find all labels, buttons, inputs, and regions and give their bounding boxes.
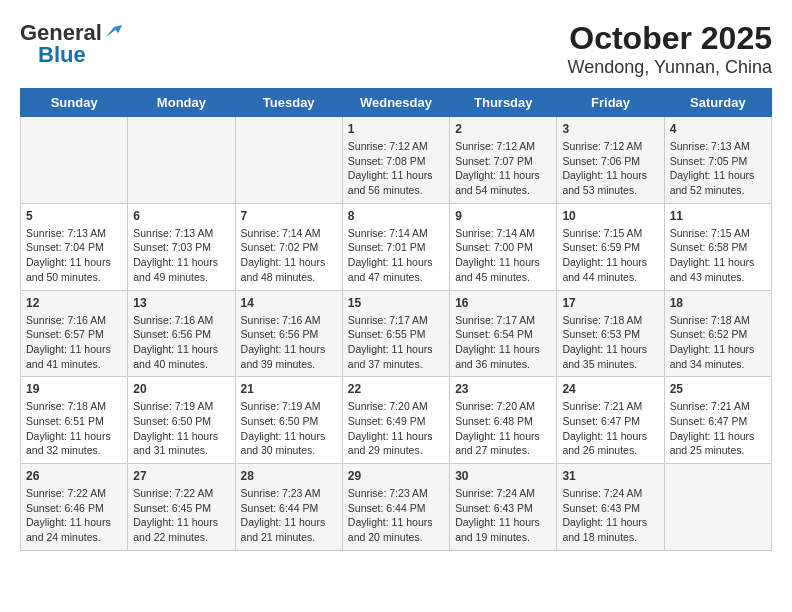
day-number: 12 bbox=[26, 296, 122, 310]
day-detail: Sunrise: 7:20 AMSunset: 6:49 PMDaylight:… bbox=[348, 399, 444, 458]
week-row-4: 19Sunrise: 7:18 AMSunset: 6:51 PMDayligh… bbox=[21, 377, 772, 464]
day-number: 16 bbox=[455, 296, 551, 310]
day-cell: 15Sunrise: 7:17 AMSunset: 6:55 PMDayligh… bbox=[342, 290, 449, 377]
day-detail: Sunrise: 7:14 AMSunset: 7:00 PMDaylight:… bbox=[455, 226, 551, 285]
day-detail: Sunrise: 7:16 AMSunset: 6:57 PMDaylight:… bbox=[26, 313, 122, 372]
day-cell: 23Sunrise: 7:20 AMSunset: 6:48 PMDayligh… bbox=[450, 377, 557, 464]
day-detail: Sunrise: 7:24 AMSunset: 6:43 PMDaylight:… bbox=[562, 486, 658, 545]
page-header: General Blue October 2025 Wendong, Yunna… bbox=[20, 20, 772, 78]
week-row-3: 12Sunrise: 7:16 AMSunset: 6:57 PMDayligh… bbox=[21, 290, 772, 377]
day-detail: Sunrise: 7:23 AMSunset: 6:44 PMDaylight:… bbox=[348, 486, 444, 545]
day-detail: Sunrise: 7:19 AMSunset: 6:50 PMDaylight:… bbox=[133, 399, 229, 458]
day-detail: Sunrise: 7:21 AMSunset: 6:47 PMDaylight:… bbox=[562, 399, 658, 458]
day-number: 4 bbox=[670, 122, 766, 136]
calendar-table: SundayMondayTuesdayWednesdayThursdayFrid… bbox=[20, 88, 772, 551]
day-number: 20 bbox=[133, 382, 229, 396]
day-number: 14 bbox=[241, 296, 337, 310]
week-row-5: 26Sunrise: 7:22 AMSunset: 6:46 PMDayligh… bbox=[21, 464, 772, 551]
day-cell: 7Sunrise: 7:14 AMSunset: 7:02 PMDaylight… bbox=[235, 203, 342, 290]
day-cell: 21Sunrise: 7:19 AMSunset: 6:50 PMDayligh… bbox=[235, 377, 342, 464]
day-number: 2 bbox=[455, 122, 551, 136]
day-detail: Sunrise: 7:15 AMSunset: 6:58 PMDaylight:… bbox=[670, 226, 766, 285]
day-cell: 11Sunrise: 7:15 AMSunset: 6:58 PMDayligh… bbox=[664, 203, 771, 290]
day-cell: 31Sunrise: 7:24 AMSunset: 6:43 PMDayligh… bbox=[557, 464, 664, 551]
day-detail: Sunrise: 7:22 AMSunset: 6:46 PMDaylight:… bbox=[26, 486, 122, 545]
day-cell: 10Sunrise: 7:15 AMSunset: 6:59 PMDayligh… bbox=[557, 203, 664, 290]
day-cell: 17Sunrise: 7:18 AMSunset: 6:53 PMDayligh… bbox=[557, 290, 664, 377]
day-detail: Sunrise: 7:12 AMSunset: 7:07 PMDaylight:… bbox=[455, 139, 551, 198]
day-detail: Sunrise: 7:18 AMSunset: 6:51 PMDaylight:… bbox=[26, 399, 122, 458]
logo-blue-text: Blue bbox=[38, 42, 86, 68]
page-subtitle: Wendong, Yunnan, China bbox=[567, 57, 772, 78]
day-detail: Sunrise: 7:13 AMSunset: 7:05 PMDaylight:… bbox=[670, 139, 766, 198]
day-detail: Sunrise: 7:14 AMSunset: 7:02 PMDaylight:… bbox=[241, 226, 337, 285]
day-number: 9 bbox=[455, 209, 551, 223]
day-header-tuesday: Tuesday bbox=[235, 89, 342, 117]
day-cell bbox=[664, 464, 771, 551]
day-header-saturday: Saturday bbox=[664, 89, 771, 117]
day-number: 10 bbox=[562, 209, 658, 223]
day-detail: Sunrise: 7:13 AMSunset: 7:04 PMDaylight:… bbox=[26, 226, 122, 285]
day-cell bbox=[128, 117, 235, 204]
day-number: 11 bbox=[670, 209, 766, 223]
day-number: 17 bbox=[562, 296, 658, 310]
day-cell: 18Sunrise: 7:18 AMSunset: 6:52 PMDayligh… bbox=[664, 290, 771, 377]
week-row-2: 5Sunrise: 7:13 AMSunset: 7:04 PMDaylight… bbox=[21, 203, 772, 290]
day-cell: 27Sunrise: 7:22 AMSunset: 6:45 PMDayligh… bbox=[128, 464, 235, 551]
day-number: 15 bbox=[348, 296, 444, 310]
day-cell: 24Sunrise: 7:21 AMSunset: 6:47 PMDayligh… bbox=[557, 377, 664, 464]
day-cell: 29Sunrise: 7:23 AMSunset: 6:44 PMDayligh… bbox=[342, 464, 449, 551]
day-detail: Sunrise: 7:23 AMSunset: 6:44 PMDaylight:… bbox=[241, 486, 337, 545]
day-detail: Sunrise: 7:22 AMSunset: 6:45 PMDaylight:… bbox=[133, 486, 229, 545]
day-cell: 2Sunrise: 7:12 AMSunset: 7:07 PMDaylight… bbox=[450, 117, 557, 204]
day-detail: Sunrise: 7:14 AMSunset: 7:01 PMDaylight:… bbox=[348, 226, 444, 285]
day-number: 3 bbox=[562, 122, 658, 136]
day-cell bbox=[21, 117, 128, 204]
day-cell: 8Sunrise: 7:14 AMSunset: 7:01 PMDaylight… bbox=[342, 203, 449, 290]
day-cell bbox=[235, 117, 342, 204]
day-detail: Sunrise: 7:21 AMSunset: 6:47 PMDaylight:… bbox=[670, 399, 766, 458]
day-cell: 30Sunrise: 7:24 AMSunset: 6:43 PMDayligh… bbox=[450, 464, 557, 551]
day-header-wednesday: Wednesday bbox=[342, 89, 449, 117]
day-header-thursday: Thursday bbox=[450, 89, 557, 117]
day-detail: Sunrise: 7:16 AMSunset: 6:56 PMDaylight:… bbox=[241, 313, 337, 372]
day-cell: 5Sunrise: 7:13 AMSunset: 7:04 PMDaylight… bbox=[21, 203, 128, 290]
day-cell: 13Sunrise: 7:16 AMSunset: 6:56 PMDayligh… bbox=[128, 290, 235, 377]
day-number: 21 bbox=[241, 382, 337, 396]
logo: General Blue bbox=[20, 20, 122, 68]
day-detail: Sunrise: 7:12 AMSunset: 7:08 PMDaylight:… bbox=[348, 139, 444, 198]
day-cell: 4Sunrise: 7:13 AMSunset: 7:05 PMDaylight… bbox=[664, 117, 771, 204]
day-header-monday: Monday bbox=[128, 89, 235, 117]
day-number: 7 bbox=[241, 209, 337, 223]
day-detail: Sunrise: 7:16 AMSunset: 6:56 PMDaylight:… bbox=[133, 313, 229, 372]
day-cell: 9Sunrise: 7:14 AMSunset: 7:00 PMDaylight… bbox=[450, 203, 557, 290]
day-number: 29 bbox=[348, 469, 444, 483]
header-row: SundayMondayTuesdayWednesdayThursdayFrid… bbox=[21, 89, 772, 117]
day-cell: 6Sunrise: 7:13 AMSunset: 7:03 PMDaylight… bbox=[128, 203, 235, 290]
day-number: 26 bbox=[26, 469, 122, 483]
day-number: 22 bbox=[348, 382, 444, 396]
day-detail: Sunrise: 7:17 AMSunset: 6:54 PMDaylight:… bbox=[455, 313, 551, 372]
day-number: 18 bbox=[670, 296, 766, 310]
day-number: 5 bbox=[26, 209, 122, 223]
title-block: October 2025 Wendong, Yunnan, China bbox=[567, 20, 772, 78]
day-detail: Sunrise: 7:24 AMSunset: 6:43 PMDaylight:… bbox=[455, 486, 551, 545]
day-number: 1 bbox=[348, 122, 444, 136]
day-detail: Sunrise: 7:18 AMSunset: 6:53 PMDaylight:… bbox=[562, 313, 658, 372]
week-row-1: 1Sunrise: 7:12 AMSunset: 7:08 PMDaylight… bbox=[21, 117, 772, 204]
day-number: 19 bbox=[26, 382, 122, 396]
day-cell: 3Sunrise: 7:12 AMSunset: 7:06 PMDaylight… bbox=[557, 117, 664, 204]
day-number: 24 bbox=[562, 382, 658, 396]
day-number: 8 bbox=[348, 209, 444, 223]
day-detail: Sunrise: 7:19 AMSunset: 6:50 PMDaylight:… bbox=[241, 399, 337, 458]
day-cell: 1Sunrise: 7:12 AMSunset: 7:08 PMDaylight… bbox=[342, 117, 449, 204]
day-number: 6 bbox=[133, 209, 229, 223]
day-cell: 22Sunrise: 7:20 AMSunset: 6:49 PMDayligh… bbox=[342, 377, 449, 464]
day-cell: 28Sunrise: 7:23 AMSunset: 6:44 PMDayligh… bbox=[235, 464, 342, 551]
day-detail: Sunrise: 7:17 AMSunset: 6:55 PMDaylight:… bbox=[348, 313, 444, 372]
day-number: 23 bbox=[455, 382, 551, 396]
day-cell: 19Sunrise: 7:18 AMSunset: 6:51 PMDayligh… bbox=[21, 377, 128, 464]
day-detail: Sunrise: 7:15 AMSunset: 6:59 PMDaylight:… bbox=[562, 226, 658, 285]
day-number: 30 bbox=[455, 469, 551, 483]
day-detail: Sunrise: 7:20 AMSunset: 6:48 PMDaylight:… bbox=[455, 399, 551, 458]
